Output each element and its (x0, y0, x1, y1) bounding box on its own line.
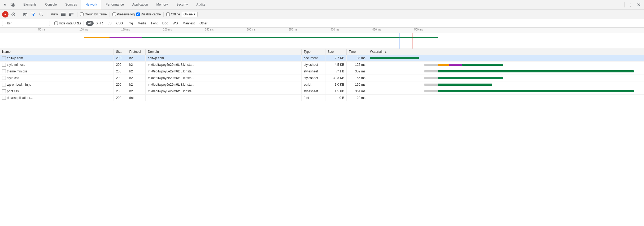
cell-status: 200 (114, 55, 127, 62)
disable-cache-label[interactable]: Disable cache (136, 12, 161, 16)
filter-btn-css[interactable]: CSS (114, 21, 125, 26)
table-header: Name St... Protocol Domain Type Size Tim… (0, 49, 644, 55)
divider1 (19, 12, 19, 17)
col-protocol[interactable]: Protocol (127, 49, 146, 55)
filter-icon[interactable] (30, 11, 36, 18)
filter-btn-all[interactable]: All (86, 21, 94, 26)
col-domain[interactable]: Domain (146, 49, 301, 55)
file-icon (2, 96, 6, 100)
cell-type: font (301, 95, 325, 101)
cell-protocol: h2 (127, 68, 146, 75)
tl-bar-orange (84, 37, 110, 38)
table-row[interactable]: theme.min.css200h2mk0editwpoy6e29m6tq8.k… (0, 68, 644, 75)
hide-data-urls-checkbox[interactable] (54, 21, 58, 25)
table-row[interactable]: data:application/...200datafont0 B20 ms (0, 95, 644, 101)
disable-cache-checkbox[interactable] (136, 12, 140, 16)
filter-btn-other[interactable]: Other (197, 21, 210, 26)
preserve-log-checkbox[interactable] (112, 12, 116, 16)
cell-domain: mk0editwpoy6e29m6tq8.kinsta... (146, 75, 301, 81)
wf-bar-gray (424, 84, 438, 86)
cell-domain: mk0editwpoy6e29m6tq8.kinsta... (146, 68, 301, 75)
tab-bar: Elements Console Sources Network Perform… (0, 0, 644, 10)
record-button[interactable]: ● (2, 11, 8, 18)
table-row[interactable]: print.css200h2mk0editwpoy6e29m6tq8.kinst… (0, 88, 644, 95)
view-label: View: (51, 12, 59, 16)
cell-type: stylesheet (301, 88, 325, 95)
cell-size: 4.5 KB (325, 62, 346, 68)
cell-waterfall (368, 55, 644, 62)
cell-domain: mk0editwpoy6e29m6tq8.kinsta... (146, 62, 301, 68)
cell-size: 30.3 KB (325, 75, 346, 81)
inspect-icon[interactable] (10, 2, 16, 8)
cell-size: 2.7 KB (325, 55, 346, 62)
table-row[interactable]: wp-embed.min.js200h2mk0editwpoy6e29m6tq8… (0, 81, 644, 88)
network-throttle-dropdown[interactable]: Online ▼ (182, 12, 198, 17)
svg-rect-11 (69, 13, 71, 14)
filter-btn-font[interactable]: Font (149, 21, 160, 26)
hide-data-urls-label[interactable]: Hide data URLs (54, 21, 81, 25)
tab-network[interactable]: Network (81, 0, 101, 9)
close-devtools-icon[interactable]: ✕ (636, 1, 642, 9)
tl-marker-blue (399, 33, 399, 49)
offline-label[interactable]: Offline (166, 12, 180, 16)
cell-status: 200 (114, 68, 127, 75)
filter-type-buttons: All XHR JS CSS Img Media Font Doc WS Man… (86, 21, 210, 26)
more-options-icon[interactable]: ⋮ (627, 1, 634, 9)
table-row[interactable]: editwp.com200h2editwp.comdocument2.7 KB8… (0, 55, 644, 62)
tab-audits[interactable]: Audits (192, 0, 209, 9)
cell-time: 125 ms (346, 62, 368, 68)
table-row[interactable]: style.css200h2mk0editwpoy6e29m6tq8.kinst… (0, 75, 644, 81)
cell-name: style.min.css (0, 62, 114, 68)
wf-bar-green (370, 57, 419, 59)
file-icon (2, 89, 6, 93)
svg-rect-10 (61, 15, 66, 16)
cell-waterfall (368, 88, 644, 95)
filter-input[interactable] (2, 21, 50, 26)
filter-btn-img[interactable]: Img (125, 21, 135, 26)
camera-icon[interactable] (22, 11, 28, 18)
col-name[interactable]: Name (0, 49, 114, 55)
cell-type: script (301, 81, 325, 88)
col-size[interactable]: Size (325, 49, 346, 55)
cursor-icon[interactable] (2, 2, 8, 8)
tab-memory[interactable]: Memory (152, 0, 172, 9)
tab-security[interactable]: Security (172, 0, 192, 9)
wf-bar-orange (438, 64, 449, 66)
timeline-ruler: 50 ms 100 ms 150 ms 200 ms 250 ms 300 ms… (0, 28, 644, 33)
tab-sources[interactable]: Sources (61, 0, 81, 9)
cell-waterfall (368, 95, 644, 101)
filter-btn-media[interactable]: Media (136, 21, 149, 26)
cell-status: 200 (114, 62, 127, 68)
filter-btn-ws[interactable]: WS (171, 21, 180, 26)
table-row[interactable]: style.min.css200h2mk0editwpoy6e29m6tq8.k… (0, 62, 644, 68)
col-status[interactable]: St... (114, 49, 127, 55)
svg-line-3 (12, 14, 14, 15)
cell-waterfall (368, 75, 644, 81)
preserve-log-label[interactable]: Preserve log (112, 12, 135, 16)
filter-btn-js[interactable]: JS (106, 21, 114, 26)
chevron-down-icon: ▼ (193, 13, 196, 16)
group-by-frame-checkbox[interactable] (80, 12, 84, 16)
search-icon[interactable] (38, 11, 44, 18)
tab-console[interactable]: Console (41, 0, 61, 9)
cell-domain (146, 95, 301, 101)
col-waterfall[interactable]: Waterfall ▲ (368, 49, 644, 55)
filter-btn-doc[interactable]: Doc (160, 21, 170, 26)
group-by-frame-label[interactable]: Group by frame (80, 12, 107, 16)
svg-line-7 (42, 15, 43, 16)
filter-btn-manifest[interactable]: Manifest (181, 21, 197, 26)
svg-rect-13 (69, 15, 71, 16)
view-waterfall-icon[interactable] (68, 11, 75, 18)
col-time[interactable]: Time (346, 49, 368, 55)
tab-elements[interactable]: Elements (19, 0, 41, 9)
clear-button[interactable] (10, 11, 16, 18)
filter-btn-xhr[interactable]: XHR (94, 21, 105, 26)
divider4 (110, 12, 110, 17)
col-type[interactable]: Type (301, 49, 325, 55)
offline-checkbox[interactable] (166, 12, 170, 16)
tab-application[interactable]: Application (128, 0, 152, 9)
tab-performance[interactable]: Performance (101, 0, 128, 9)
view-list-icon[interactable] (60, 11, 67, 18)
wf-bar-green (438, 70, 634, 72)
cell-name: style.css (0, 75, 114, 81)
